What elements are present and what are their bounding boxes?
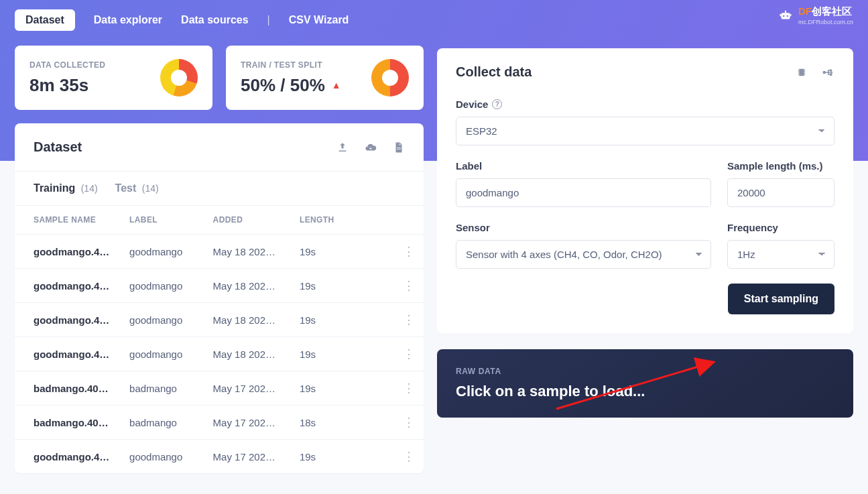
cell-added: May 17 2023, ... (194, 371, 281, 406)
cell-sample-name: badmango.40h9v... (15, 371, 111, 406)
cell-length: 19s (281, 235, 376, 269)
cell-label: goodmango (111, 235, 194, 269)
collect-data-panel: Collect data Device? ESP32 Label Sa (437, 48, 853, 333)
sensor-select[interactable]: Sensor with 4 axes (CH4, CO, Odor, CH2O) (456, 240, 711, 269)
file-icon[interactable] (393, 141, 405, 153)
raw-data-text: Click on a sample to load... (456, 383, 834, 400)
table-row[interactable]: goodmango.40jnv...goodmangoMay 18 2023, … (15, 269, 424, 303)
sensor-label: Sensor (456, 222, 711, 233)
sample-length-label: Sample length (ms.) (727, 160, 834, 172)
cell-length: 19s (281, 303, 376, 337)
cell-label: goodmango (111, 303, 194, 337)
collect-title: Collect data (456, 64, 532, 80)
panel-title: Dataset (34, 139, 82, 155)
svg-rect-5 (799, 68, 804, 76)
cell-sample-name: badmango.40h9u... (15, 406, 111, 440)
row-menu-icon[interactable]: ⋮ (403, 347, 415, 361)
row-menu-icon[interactable]: ⋮ (403, 313, 415, 326)
cell-label: goodmango (111, 269, 194, 303)
start-sampling-button[interactable]: Start sampling (728, 284, 834, 314)
svg-point-6 (823, 71, 825, 73)
table-row[interactable]: goodmango.40jnu...goodmangoMay 18 2023, … (15, 303, 424, 337)
device-label: Device? (456, 99, 834, 110)
table-row[interactable]: goodmango.40joh...goodmangoMay 18 2023, … (15, 235, 424, 269)
col-length: LENGTH (281, 206, 376, 235)
cell-added: May 18 2023, ... (194, 337, 281, 371)
row-menu-icon[interactable]: ⋮ (403, 416, 415, 429)
top-nav: Dataset Data explorer Data sources | CSV… (15, 0, 424, 46)
cell-sample-name: goodmango.40joh... (15, 235, 111, 269)
cell-length: 19s (281, 440, 376, 474)
card-data-collected: DATA COLLECTED 8m 35s (15, 46, 212, 110)
nav-tab-csv-wizard[interactable]: CSV Wizard (289, 14, 349, 26)
cell-added: May 18 2023, ... (194, 269, 281, 303)
donut-chart-icon (371, 59, 409, 97)
cell-label: badmango (111, 406, 194, 440)
cell-sample-name: goodmango.40jnu... (15, 303, 111, 337)
cell-length: 19s (281, 269, 376, 303)
cell-length: 19s (281, 371, 376, 406)
cell-added: May 18 2023, ... (194, 235, 281, 269)
cell-length: 19s (281, 337, 376, 371)
nav-tab-explorer[interactable]: Data explorer (94, 14, 162, 26)
table-row[interactable]: badmango.40h9v...badmangoMay 17 2023, ..… (15, 371, 424, 406)
help-icon[interactable]: ? (492, 99, 502, 109)
cell-sample-name: goodmango.40h9... (15, 440, 111, 474)
dataset-table: SAMPLE NAME LABEL ADDED LENGTH goodmango… (15, 205, 424, 473)
sample-length-input[interactable] (727, 178, 834, 207)
card-value: 50% / 50% (241, 75, 325, 96)
upload-icon[interactable] (336, 141, 349, 153)
cell-added: May 17 2023, ... (194, 406, 281, 440)
table-row[interactable]: goodmango.40jno...goodmangoMay 18 2023, … (15, 337, 424, 371)
tab-training[interactable]: Training (14) (34, 182, 98, 194)
label-label: Label (456, 160, 711, 172)
warning-icon: ▲ (332, 80, 341, 90)
cloud-download-icon[interactable] (365, 141, 377, 153)
chip-icon[interactable] (796, 66, 808, 78)
dataset-panel: Dataset Training (14) Test (14) (15, 123, 424, 473)
label-input[interactable] (456, 178, 711, 207)
frequency-label: Frequency (727, 222, 834, 233)
card-label: TRAIN / TEST SPLIT (241, 60, 341, 70)
nav-separator: | (267, 14, 270, 26)
tab-test[interactable]: Test (14) (115, 182, 159, 194)
card-value: 8m 35s (29, 75, 105, 96)
nav-tab-sources[interactable]: Data sources (181, 14, 249, 26)
svg-rect-8 (830, 74, 832, 75)
table-row[interactable]: goodmango.40h9...goodmangoMay 17 2023, .… (15, 440, 424, 474)
cell-sample-name: goodmango.40jnv... (15, 269, 111, 303)
table-row[interactable]: badmango.40h9u...badmangoMay 17 2023, ..… (15, 406, 424, 440)
nav-tab-dataset[interactable]: Dataset (15, 9, 75, 31)
cell-label: badmango (111, 371, 194, 406)
row-menu-icon[interactable]: ⋮ (403, 450, 415, 463)
raw-data-panel: RAW DATA Click on a sample to load... (437, 349, 853, 418)
cell-sample-name: goodmango.40jno... (15, 337, 111, 371)
cell-label: goodmango (111, 337, 194, 371)
svg-point-7 (830, 70, 832, 71)
card-label: DATA COLLECTED (29, 60, 105, 70)
usb-icon[interactable] (821, 66, 834, 78)
cell-added: May 18 2023, ... (194, 303, 281, 337)
donut-chart-icon (160, 59, 198, 97)
frequency-select[interactable]: 1Hz (727, 240, 834, 269)
cell-label: goodmango (111, 440, 194, 474)
card-train-test-split: TRAIN / TEST SPLIT 50% / 50% ▲ (226, 46, 424, 110)
raw-data-label: RAW DATA (456, 367, 834, 376)
cell-added: May 17 2023, ... (194, 440, 281, 474)
col-sample-name: SAMPLE NAME (15, 206, 111, 235)
col-added: ADDED (194, 206, 281, 235)
row-menu-icon[interactable]: ⋮ (403, 381, 415, 395)
row-menu-icon[interactable]: ⋮ (403, 279, 415, 292)
cell-length: 18s (281, 406, 376, 440)
device-select[interactable]: ESP32 (456, 117, 834, 145)
row-menu-icon[interactable]: ⋮ (403, 245, 415, 258)
col-label: LABEL (111, 206, 194, 235)
